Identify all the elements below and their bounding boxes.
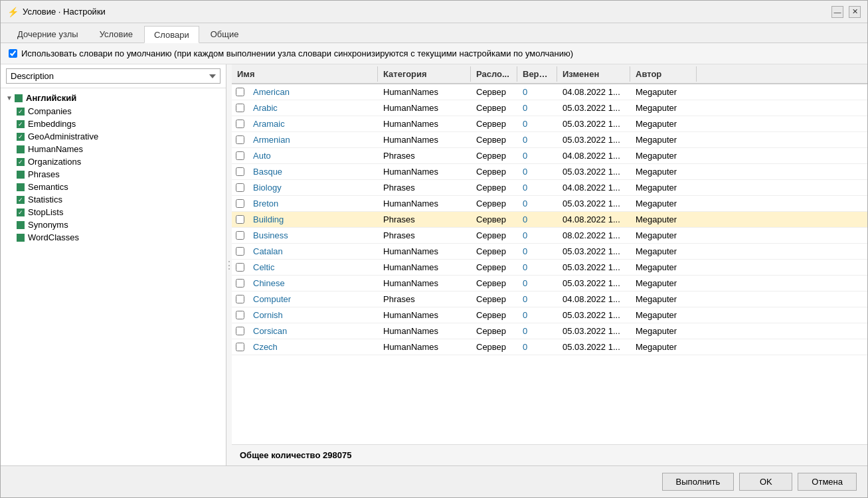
row-changed-12: 05.03.2022 1... <box>557 277 630 290</box>
tree-item-semantics[interactable]: Semantics <box>11 181 226 193</box>
tree-icon-phrases <box>17 171 25 179</box>
row-checkbox-16[interactable] <box>232 341 248 353</box>
row-name-5[interactable]: Basque <box>248 165 378 178</box>
row-name-link-5[interactable]: Basque <box>253 167 282 177</box>
row-checkbox-8[interactable] <box>232 214 248 225</box>
row-name-11[interactable]: Celtic <box>248 261 378 274</box>
row-changed-6: 04.08.2022 1... <box>557 181 630 194</box>
row-location-11: Сервер <box>471 261 517 274</box>
row-name-link-0[interactable]: American <box>253 87 290 97</box>
right-panel: Имя Категория Расло... Версия Изменен Ав… <box>232 64 867 465</box>
left-panel: Description Name Category ▼ Английский ✓… <box>1 64 226 465</box>
main-window: ⚡ Условие · Настройки — ✕ Дочерние узлы … <box>0 0 868 498</box>
tab-condition[interactable]: Условие <box>90 25 143 42</box>
description-dropdown[interactable]: Description Name Category <box>6 68 220 84</box>
tree-check-stoplists: ✓ <box>17 208 25 216</box>
row-name-15[interactable]: Corsican <box>248 325 378 337</box>
row-checkbox-5[interactable] <box>232 166 248 177</box>
row-checkbox-9[interactable] <box>232 230 248 241</box>
row-name-7[interactable]: Breton <box>248 197 378 210</box>
row-name-6[interactable]: Biology <box>248 181 378 194</box>
tree-root-english[interactable]: ▼ Английский <box>1 91 226 105</box>
tree-item-stoplists[interactable]: ✓ StopLists <box>11 206 226 218</box>
table-row: Corsican HumanNames Сервер 0 05.03.2022 … <box>232 323 867 339</box>
row-checkbox-13[interactable] <box>232 293 248 305</box>
row-category-6: Phrases <box>378 181 471 194</box>
row-name-link-7[interactable]: Breton <box>253 199 278 208</box>
row-name-link-4[interactable]: Auto <box>253 151 271 161</box>
row-name-link-11[interactable]: Celtic <box>253 262 275 272</box>
tree-item-phrases[interactable]: Phrases <box>11 168 226 181</box>
row-name-link-9[interactable]: Business <box>253 230 288 240</box>
tree-item-wordclasses[interactable]: WordClasses <box>11 231 226 244</box>
row-name-10[interactable]: Catalan <box>248 245 378 258</box>
row-name-link-10[interactable]: Catalan <box>253 246 283 256</box>
row-name-3[interactable]: Armenian <box>248 133 378 146</box>
tree-label-statistics: Statistics <box>28 195 62 205</box>
tree-item-embeddings[interactable]: ✓ Embeddings <box>11 118 226 130</box>
minimize-button[interactable]: — <box>831 6 843 18</box>
tree-item-geoadministrative[interactable]: ✓ GeoAdministrative <box>11 130 226 143</box>
row-author-11: Megaputer <box>630 261 697 274</box>
row-checkbox-3[interactable] <box>232 134 248 145</box>
row-checkbox-2[interactable] <box>232 118 248 129</box>
row-checkbox-7[interactable] <box>232 198 248 209</box>
row-checkbox-12[interactable] <box>232 278 248 289</box>
tree-label-humannames: HumanNames <box>28 144 83 154</box>
row-name-link-14[interactable]: Cornish <box>253 310 283 320</box>
tab-dictionaries[interactable]: Словари <box>144 26 199 43</box>
tree-item-statistics[interactable]: ✓ Statistics <box>11 193 226 206</box>
table-row: Biology Phrases Сервер 0 04.08.2022 1...… <box>232 180 867 196</box>
row-name-14[interactable]: Cornish <box>248 309 378 321</box>
row-name-link-1[interactable]: Arabic <box>253 103 278 113</box>
cancel-button[interactable]: Отмена <box>798 473 857 491</box>
row-name-link-8[interactable]: Building <box>253 214 284 224</box>
app-icon: ⚡ <box>7 7 19 17</box>
row-name-link-3[interactable]: Armenian <box>253 135 290 145</box>
tree-item-companies[interactable]: ✓ Companies <box>11 105 226 118</box>
close-button[interactable]: ✕ <box>849 6 861 18</box>
panel-drag-handle[interactable] <box>226 64 232 465</box>
row-author-5: Megaputer <box>630 165 697 178</box>
row-checkbox-10[interactable] <box>232 246 248 257</box>
default-dictionaries-row: Использовать словари по умолчанию (при к… <box>1 43 867 64</box>
row-name-9[interactable]: Business <box>248 229 378 242</box>
row-name-2[interactable]: Aramaic <box>248 118 378 130</box>
tree-item-humannames[interactable]: HumanNames <box>11 143 226 155</box>
row-name-link-15[interactable]: Corsican <box>253 326 287 336</box>
window-title: Условие · Настройки <box>23 7 106 17</box>
row-name-16[interactable]: Czech <box>248 341 378 353</box>
row-version-16: 0 <box>517 341 557 353</box>
row-location-9: Сервер <box>471 229 517 242</box>
row-name-link-12[interactable]: Chinese <box>253 278 285 288</box>
row-name-4[interactable]: Auto <box>248 149 378 162</box>
row-name-12[interactable]: Chinese <box>248 277 378 290</box>
row-checkbox-6[interactable] <box>232 182 248 193</box>
row-checkbox-14[interactable] <box>232 309 248 321</box>
row-name-link-16[interactable]: Czech <box>253 342 278 352</box>
tree-label-geoadministrative: GeoAdministrative <box>28 131 98 141</box>
row-version-14: 0 <box>517 309 557 321</box>
row-name-link-13[interactable]: Computer <box>253 294 291 304</box>
row-name-0[interactable]: American <box>248 86 378 98</box>
tree-item-synonyms[interactable]: Synonyms <box>11 218 226 231</box>
ok-button[interactable]: OK <box>739 473 792 491</box>
row-name-8[interactable]: Building <box>248 213 378 226</box>
execute-button[interactable]: Выполнить <box>662 473 735 491</box>
row-checkbox-4[interactable] <box>232 150 248 161</box>
row-location-7: Сервер <box>471 197 517 210</box>
row-name-13[interactable]: Computer <box>248 293 378 305</box>
tree-item-organizations[interactable]: ✓ Organizations <box>11 155 226 168</box>
row-name-1[interactable]: Arabic <box>248 102 378 114</box>
row-checkbox-15[interactable] <box>232 325 248 337</box>
row-name-link-6[interactable]: Biology <box>253 183 282 193</box>
row-checkbox-1[interactable] <box>232 102 248 114</box>
table-footer: Общее количество 298075 <box>232 444 867 465</box>
row-name-link-2[interactable]: Aramaic <box>253 119 285 129</box>
tab-child-nodes[interactable]: Дочерние узлы <box>7 25 88 42</box>
row-author-16: Megaputer <box>630 341 697 353</box>
default-dictionaries-checkbox[interactable] <box>9 49 17 58</box>
tab-general[interactable]: Общие <box>201 25 249 42</box>
row-checkbox-0[interactable] <box>232 86 248 98</box>
row-author-4: Megaputer <box>630 149 697 162</box>
